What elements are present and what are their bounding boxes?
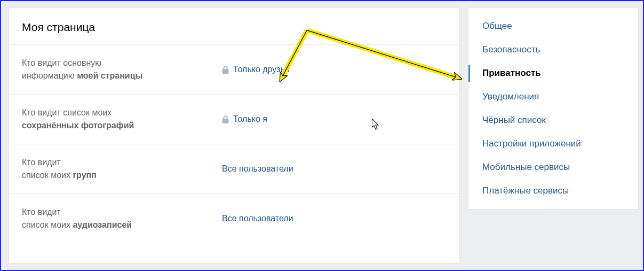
sidebar-item-app-settings[interactable]: Настройки приложений — [468, 132, 638, 156]
setting-label: Кто видит список моих групп — [22, 156, 222, 182]
setting-row: Кто видит список моих сохранённых фотогр… — [9, 95, 459, 144]
sidebar-item-general[interactable]: Общее — [468, 14, 638, 38]
setting-value-dropdown[interactable]: Только друзья — [222, 65, 290, 74]
settings-sidebar: Общее Безопасность Приватность Уведомлен… — [468, 7, 639, 210]
sidebar-item-security[interactable]: Безопасность — [468, 38, 638, 61]
setting-value-text: Только друзья — [233, 65, 290, 74]
sidebar-item-notifications[interactable]: Уведомления — [468, 85, 638, 109]
sidebar-item-mobile[interactable]: Мобильные сервисы — [468, 156, 638, 179]
setting-value-text: Все пользователи — [222, 214, 293, 223]
setting-row: Кто видит список моих групп Все пользова… — [9, 144, 459, 194]
main-panel: Моя страница Кто видит основную информац… — [9, 7, 459, 264]
sidebar-item-payment[interactable]: Платёжные сервисы — [468, 179, 638, 203]
setting-value-dropdown[interactable]: Все пользователи — [222, 214, 293, 223]
setting-value-dropdown[interactable]: Только я — [222, 114, 267, 124]
layout: Моя страница Кто видит основную информац… — [1, 1, 643, 270]
setting-value-dropdown[interactable]: Все пользователи — [222, 164, 293, 174]
setting-label: Кто видит основную информацию моей стран… — [22, 57, 222, 82]
setting-value-text: Только я — [233, 114, 267, 124]
setting-row: Кто видит список моих аудиозаписей Все п… — [9, 194, 459, 243]
setting-row: Кто видит основную информацию моей стран… — [9, 45, 459, 95]
sidebar-item-blacklist[interactable]: Чёрный список — [468, 109, 638, 132]
setting-label: Кто видит список моих сохранённых фотогр… — [22, 106, 222, 132]
lock-icon — [222, 115, 229, 123]
setting-value-text: Все пользователи — [222, 164, 293, 174]
app-frame: Моя страница Кто видит основную информац… — [0, 0, 644, 271]
lock-icon — [222, 66, 229, 74]
sidebar-item-privacy[interactable]: Приватность — [468, 61, 638, 85]
setting-label: Кто видит список моих аудиозаписей — [22, 206, 222, 231]
section-title: Моя страница — [9, 8, 459, 45]
